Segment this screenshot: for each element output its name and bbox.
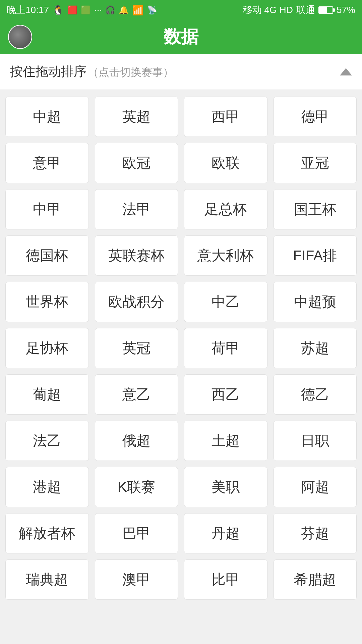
league-item[interactable]: 意甲: [5, 143, 89, 183]
penguin-icon: 🐧: [52, 5, 64, 16]
league-item[interactable]: 俄超: [95, 421, 178, 461]
league-item[interactable]: 西甲: [184, 97, 267, 137]
league-item[interactable]: 意大利杯: [184, 235, 267, 276]
league-item[interactable]: 英冠: [95, 328, 178, 368]
league-item[interactable]: 亚冠: [274, 143, 357, 183]
league-item[interactable]: 英联赛杯: [95, 235, 178, 276]
league-item[interactable]: 芬超: [274, 513, 357, 553]
league-item[interactable]: 足协杯: [5, 328, 89, 368]
league-item[interactable]: 德甲: [274, 97, 357, 137]
section-header-label: 按住拖动排序 （点击切换赛事）: [10, 63, 174, 80]
league-item[interactable]: 中超预: [274, 282, 357, 322]
wifi-icon: 📶: [132, 5, 144, 16]
ellipsis-icon: ···: [94, 5, 102, 15]
league-item[interactable]: 欧战积分: [95, 282, 178, 322]
avatar-image: [9, 25, 32, 48]
league-item[interactable]: 比甲: [184, 559, 267, 600]
status-bar: 晚上10:17 🐧 🟥 🟩 ··· 🎧 🔔 📶 📡 移动 4G HD 联通 57…: [0, 0, 362, 20]
league-item[interactable]: 意乙: [95, 374, 178, 415]
league-item[interactable]: 中甲: [5, 189, 89, 229]
app-header: 数据: [0, 20, 362, 54]
league-item[interactable]: FIFA排: [274, 235, 357, 276]
status-left: 晚上10:17 🐧 🟥 🟩 ··· 🎧 🔔 📶 📡: [7, 4, 157, 16]
league-item[interactable]: 荷甲: [184, 328, 267, 368]
league-grid: 中超英超西甲德甲意甲欧冠欧联亚冠中甲法甲足总杯国王杯德国杯英联赛杯意大利杯FIF…: [0, 90, 362, 606]
headphones-icon: 🎧: [105, 5, 115, 15]
league-item[interactable]: 法乙: [5, 421, 89, 461]
section-sub-text: （点击切换赛事）: [88, 66, 174, 78]
league-item[interactable]: 足总杯: [184, 189, 267, 229]
league-item[interactable]: 葡超: [5, 374, 89, 415]
league-item[interactable]: 美职: [184, 467, 267, 507]
league-item[interactable]: K联赛: [95, 467, 178, 507]
battery-icon: [318, 6, 333, 14]
league-item[interactable]: 港超: [5, 467, 89, 507]
league-item[interactable]: 阿超: [274, 467, 357, 507]
app-icon2: 🟩: [81, 5, 91, 15]
league-item[interactable]: 法甲: [95, 189, 178, 229]
league-item[interactable]: 丹超: [184, 513, 267, 553]
app-icon1: 🟥: [67, 5, 77, 15]
signal-icon: 📡: [147, 5, 157, 15]
section-header[interactable]: 按住拖动排序 （点击切换赛事）: [0, 54, 362, 90]
bell-icon: 🔔: [119, 5, 129, 15]
league-item[interactable]: 欧冠: [95, 143, 178, 183]
league-item[interactable]: 中超: [5, 97, 89, 137]
league-item[interactable]: 瑞典超: [5, 559, 89, 600]
carrier-label: 联通: [296, 4, 315, 16]
league-item[interactable]: 德国杯: [5, 235, 89, 276]
league-item[interactable]: 中乙: [184, 282, 267, 322]
avatar[interactable]: [8, 25, 32, 49]
league-item[interactable]: 希腊超: [274, 559, 357, 600]
league-item[interactable]: 德乙: [274, 374, 357, 415]
league-item[interactable]: 世界杯: [5, 282, 89, 322]
league-item[interactable]: 土超: [184, 421, 267, 461]
league-item[interactable]: 巴甲: [95, 513, 178, 553]
league-item[interactable]: 苏超: [274, 328, 357, 368]
league-item[interactable]: 国王杯: [274, 189, 357, 229]
status-right: 移动 4G HD 联通 57%: [243, 4, 355, 16]
league-item[interactable]: 日职: [274, 421, 357, 461]
league-item[interactable]: 西乙: [184, 374, 267, 415]
league-item[interactable]: 澳甲: [95, 559, 178, 600]
battery-percent: 57%: [337, 5, 355, 15]
section-main-text: 按住拖动排序: [10, 64, 86, 78]
status-time: 晚上10:17: [7, 4, 49, 16]
league-item[interactable]: 欧联: [184, 143, 267, 183]
league-item[interactable]: 英超: [95, 97, 178, 137]
league-item[interactable]: 解放者杯: [5, 513, 89, 553]
collapse-icon[interactable]: [340, 68, 352, 75]
page-title: 数据: [164, 25, 198, 49]
network-label: 移动 4G HD: [243, 4, 293, 16]
